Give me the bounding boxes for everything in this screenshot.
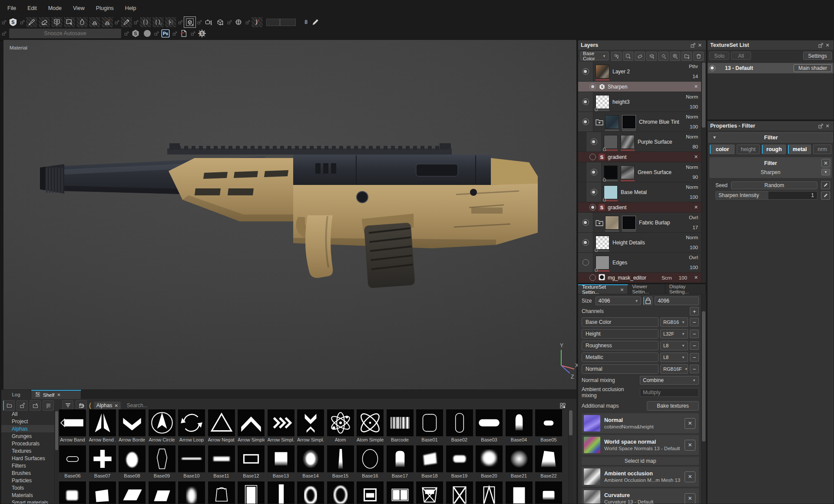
menu-edit[interactable]: Edit [22,3,43,13]
layer-row[interactable]: Base MetalNorm100 [578,182,702,202]
eraser-small-icon[interactable] [635,52,645,61]
environment-globe-icon[interactable] [233,17,244,27]
remove-effect-icon[interactable]: ✕ [694,275,702,280]
channel-name[interactable]: Normal [582,364,659,374]
ao-mixing-field[interactable]: Multiply [640,388,699,397]
alpha-item[interactable] [59,481,86,504]
channel-format-dropdown[interactable]: L8▼ [660,341,688,350]
clone-tool-icon[interactable] [89,16,101,28]
channel-toggle-metal[interactable]: metal [788,145,811,154]
alpha-item[interactable] [357,481,384,504]
channel-format-dropdown[interactable]: L32F▼ [660,329,688,339]
popout-icon[interactable] [689,42,696,49]
alpha-item[interactable]: Base21 [506,445,533,478]
alpha-item[interactable]: Base10 [178,445,205,478]
category-grunges[interactable]: Grunges [1,432,54,440]
alpha-item[interactable]: Base15 [327,445,354,478]
visibility-toggle-icon[interactable] [582,68,589,75]
alpha-item[interactable]: Arrow Negat... [208,409,235,442]
remove-channel-button[interactable]: − [690,365,699,373]
channel-name[interactable]: Roughness [582,341,659,350]
channel-format-dropdown[interactable]: RGB16▼ [660,317,688,327]
layer-row[interactable]: Chrome Blue TintNorm100 [578,112,702,132]
clear-map-button[interactable]: ✕ [685,471,695,482]
photoshop-icon[interactable]: Ps [160,28,171,39]
textureset-radio[interactable] [709,65,715,71]
channel-toggle-rough[interactable]: rough [762,145,786,154]
visibility-toggle-icon[interactable] [582,119,589,125]
viewport-cube-icon[interactable] [184,16,196,28]
category-scrollbar[interactable] [54,410,59,503]
visibility-toggle-icon[interactable] [582,239,589,246]
alpha-item[interactable]: Arrow Band [59,409,86,442]
alpha-item[interactable] [416,481,443,504]
symmetry-x-icon[interactable]: x [152,16,164,28]
close-tab-icon[interactable]: ✕ [57,392,60,397]
alpha-item[interactable] [327,481,354,504]
viewport-3d[interactable]: Material Y X Z [3,40,576,389]
visibility-toggle-icon[interactable] [582,259,589,266]
effect-visibility-icon[interactable] [589,154,596,160]
layer-opacity[interactable]: 90 [692,175,698,180]
alpha-item[interactable] [446,481,473,504]
effect-visibility-icon[interactable] [589,83,596,90]
menu-file[interactable]: File [2,3,22,13]
category-brushes[interactable]: Brushes [1,469,54,477]
alpha-item[interactable]: Base12 [238,445,265,478]
undo-icon[interactable] [76,401,86,410]
sharpen-intensity-slider[interactable]: Sharpen Intensity 1 [715,191,817,200]
clone-source-tool-icon[interactable] [101,16,113,28]
add-shelf-folder-icon[interactable] [30,400,41,411]
tab-textureset-settin---[interactable]: TextureSet Settin...✕ [578,284,628,294]
symmetry-radial-icon[interactable] [165,16,177,28]
folder-tree-icon[interactable] [3,400,15,411]
trash-icon[interactable] [693,52,704,61]
layer-row[interactable]: Layer 2Pthr14 [578,62,702,82]
alpha-item[interactable] [506,481,533,504]
solo-button[interactable]: Solo [709,52,729,60]
layer-effect-row[interactable]: SSharpen✕ [578,82,702,92]
filter-dropdown-button[interactable]: ▼ [821,169,830,175]
add-layer-icon[interactable] [646,52,657,61]
layer-blend-mode[interactable]: Norm [686,165,698,170]
alpha-item[interactable]: Base09 [149,445,175,478]
layer-opacity[interactable]: 80 [692,144,698,149]
alpha-item[interactable]: Arrow Simple [238,409,265,442]
alpha-item[interactable]: Arrow Bend ... [89,409,116,442]
channel-filter-dropdown[interactable]: Base Color▼ [580,52,609,60]
menu-mode[interactable]: Mode [43,3,67,13]
add-effect-icon[interactable] [670,52,680,61]
alphas-filter-chip[interactable]: Alphas ✕ [94,402,121,409]
channel-format-dropdown[interactable]: L8▼ [660,352,688,362]
alpha-item[interactable] [297,481,324,504]
settings-button[interactable]: Settings [803,52,832,60]
brush-size-slider[interactable] [266,19,296,26]
channel-name[interactable]: Metallic [582,352,659,362]
alpha-item[interactable]: Arrow Borde... [119,409,146,442]
close-tab-icon[interactable]: ✕ [620,287,624,292]
visibility-toggle-icon[interactable] [591,138,597,145]
channel-format-dropdown[interactable]: RGB16F▼ [660,364,688,374]
alpha-item[interactable]: Base03 [476,409,503,442]
popout-icon[interactable] [817,42,824,49]
layer-effect-row[interactable]: mg_mask_editorScrn100✕ [578,273,702,283]
import-resource-icon[interactable] [17,400,28,411]
alpha-item[interactable] [387,481,414,504]
close-icon[interactable]: ✕ [696,42,703,49]
alpha-item[interactable]: Atom Simple [357,409,384,442]
layer-opacity[interactable]: 100 [690,104,698,109]
material-picker-icon[interactable] [120,16,132,28]
layer-blend-mode[interactable]: Norm [686,114,698,119]
layer-blend-mode[interactable]: Norm [686,94,698,99]
layer-opacity[interactable]: 17 [692,225,698,230]
effect-visibility-icon[interactable] [589,274,596,281]
edit-pencil-icon[interactable] [821,181,830,189]
search-input[interactable]: Search... [123,402,555,409]
layer-effect-row[interactable]: Sgradient✕ [578,202,702,213]
shelf-scrollbar[interactable] [568,409,573,504]
channel-toggle-height[interactable]: height [737,145,760,154]
visibility-toggle-icon[interactable] [591,189,597,195]
tab-shelf[interactable]: Shelf ✕ [31,390,81,399]
alpha-item[interactable]: Base20 [476,445,503,478]
alpha-item[interactable] [238,481,265,504]
